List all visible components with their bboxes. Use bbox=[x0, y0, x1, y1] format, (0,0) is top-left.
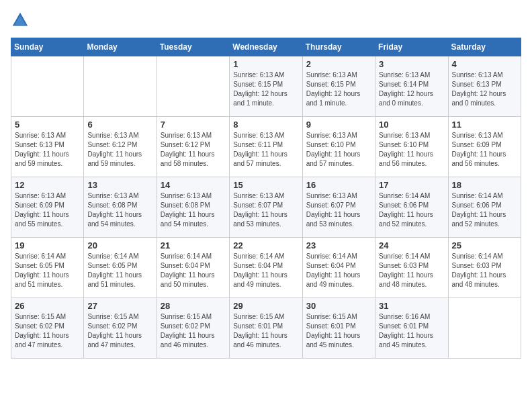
calendar-cell: 28Sunrise: 6:15 AM Sunset: 6:02 PM Dayli… bbox=[157, 298, 229, 359]
day-number: 7 bbox=[161, 120, 226, 130]
calendar-cell: 9Sunrise: 6:13 AM Sunset: 6:10 PM Daylig… bbox=[302, 117, 375, 177]
calendar-cell bbox=[448, 298, 521, 359]
day-number: 30 bbox=[306, 301, 371, 311]
day-info: Sunrise: 6:13 AM Sunset: 6:10 PM Dayligh… bbox=[306, 131, 371, 169]
calendar-week: 12Sunrise: 6:13 AM Sunset: 6:09 PM Dayli… bbox=[11, 177, 521, 238]
calendar-header: SundayMondayTuesdayWednesdayThursdayFrid… bbox=[11, 38, 521, 56]
day-number: 11 bbox=[452, 120, 517, 130]
calendar-cell: 21Sunrise: 6:14 AM Sunset: 6:04 PM Dayli… bbox=[157, 238, 229, 298]
calendar-cell bbox=[157, 56, 229, 117]
day-info: Sunrise: 6:14 AM Sunset: 6:04 PM Dayligh… bbox=[306, 252, 371, 289]
calendar-cell: 27Sunrise: 6:15 AM Sunset: 6:02 PM Dayli… bbox=[84, 298, 157, 359]
day-number: 31 bbox=[379, 301, 444, 311]
calendar-cell: 6Sunrise: 6:13 AM Sunset: 6:12 PM Daylig… bbox=[84, 117, 157, 177]
calendar-cell: 31Sunrise: 6:16 AM Sunset: 6:01 PM Dayli… bbox=[375, 298, 448, 359]
calendar-cell: 7Sunrise: 6:13 AM Sunset: 6:12 PM Daylig… bbox=[157, 117, 229, 177]
day-info: Sunrise: 6:13 AM Sunset: 6:13 PM Dayligh… bbox=[452, 71, 517, 108]
calendar-cell: 16Sunrise: 6:13 AM Sunset: 6:07 PM Dayli… bbox=[302, 177, 375, 238]
day-info: Sunrise: 6:14 AM Sunset: 6:06 PM Dayligh… bbox=[452, 191, 517, 229]
weekday-header: Saturday bbox=[448, 38, 521, 56]
day-info: Sunrise: 6:13 AM Sunset: 6:15 PM Dayligh… bbox=[233, 71, 298, 108]
day-number: 22 bbox=[233, 240, 298, 250]
weekday-header: Wednesday bbox=[230, 38, 302, 56]
calendar-cell: 19Sunrise: 6:14 AM Sunset: 6:05 PM Dayli… bbox=[11, 238, 84, 298]
day-info: Sunrise: 6:13 AM Sunset: 6:08 PM Dayligh… bbox=[87, 191, 152, 229]
day-info: Sunrise: 6:13 AM Sunset: 6:12 PM Dayligh… bbox=[87, 131, 152, 169]
calendar-cell: 30Sunrise: 6:15 AM Sunset: 6:01 PM Dayli… bbox=[302, 298, 375, 359]
day-info: Sunrise: 6:13 AM Sunset: 6:14 PM Dayligh… bbox=[379, 71, 444, 108]
day-info: Sunrise: 6:14 AM Sunset: 6:05 PM Dayligh… bbox=[87, 252, 152, 289]
calendar-cell bbox=[11, 56, 84, 117]
calendar-cell: 25Sunrise: 6:14 AM Sunset: 6:03 PM Dayli… bbox=[448, 238, 521, 298]
calendar-cell: 29Sunrise: 6:15 AM Sunset: 6:01 PM Dayli… bbox=[230, 298, 302, 359]
day-info: Sunrise: 6:16 AM Sunset: 6:01 PM Dayligh… bbox=[379, 312, 444, 350]
calendar-cell: 22Sunrise: 6:14 AM Sunset: 6:04 PM Dayli… bbox=[230, 238, 302, 298]
logo bbox=[11, 11, 32, 30]
calendar-week: 19Sunrise: 6:14 AM Sunset: 6:05 PM Dayli… bbox=[11, 238, 521, 298]
day-number: 8 bbox=[233, 120, 298, 130]
weekday-header: Tuesday bbox=[157, 38, 229, 56]
calendar-week: 5Sunrise: 6:13 AM Sunset: 6:13 PM Daylig… bbox=[11, 117, 521, 177]
day-number: 2 bbox=[306, 59, 371, 69]
weekday-header: Friday bbox=[375, 38, 448, 56]
calendar-cell: 23Sunrise: 6:14 AM Sunset: 6:04 PM Dayli… bbox=[302, 238, 375, 298]
day-info: Sunrise: 6:14 AM Sunset: 6:03 PM Dayligh… bbox=[452, 252, 517, 289]
weekday-header: Thursday bbox=[302, 38, 375, 56]
day-info: Sunrise: 6:13 AM Sunset: 6:10 PM Dayligh… bbox=[379, 131, 444, 169]
day-info: Sunrise: 6:13 AM Sunset: 6:11 PM Dayligh… bbox=[233, 131, 298, 169]
day-info: Sunrise: 6:15 AM Sunset: 6:01 PM Dayligh… bbox=[306, 312, 371, 350]
calendar-cell: 26Sunrise: 6:15 AM Sunset: 6:02 PM Dayli… bbox=[11, 298, 84, 359]
day-number: 15 bbox=[233, 180, 298, 190]
day-number: 17 bbox=[379, 180, 444, 190]
calendar-cell: 18Sunrise: 6:14 AM Sunset: 6:06 PM Dayli… bbox=[448, 177, 521, 238]
day-info: Sunrise: 6:15 AM Sunset: 6:02 PM Dayligh… bbox=[15, 312, 80, 350]
day-number: 4 bbox=[452, 59, 517, 69]
day-number: 23 bbox=[306, 240, 371, 250]
day-info: Sunrise: 6:13 AM Sunset: 6:07 PM Dayligh… bbox=[233, 191, 298, 229]
day-number: 3 bbox=[379, 59, 444, 69]
day-number: 26 bbox=[15, 301, 80, 311]
calendar-cell bbox=[84, 56, 157, 117]
day-number: 20 bbox=[87, 240, 152, 250]
calendar-cell: 2Sunrise: 6:13 AM Sunset: 6:15 PM Daylig… bbox=[302, 56, 375, 117]
calendar-cell: 3Sunrise: 6:13 AM Sunset: 6:14 PM Daylig… bbox=[375, 56, 448, 117]
weekday-header: Sunday bbox=[11, 38, 84, 56]
day-info: Sunrise: 6:13 AM Sunset: 6:13 PM Dayligh… bbox=[15, 131, 80, 169]
calendar-cell: 24Sunrise: 6:14 AM Sunset: 6:03 PM Dayli… bbox=[375, 238, 448, 298]
day-info: Sunrise: 6:13 AM Sunset: 6:09 PM Dayligh… bbox=[452, 131, 517, 169]
calendar-week: 26Sunrise: 6:15 AM Sunset: 6:02 PM Dayli… bbox=[11, 298, 521, 359]
day-number: 24 bbox=[379, 240, 444, 250]
day-number: 16 bbox=[306, 180, 371, 190]
calendar-week: 1Sunrise: 6:13 AM Sunset: 6:15 PM Daylig… bbox=[11, 56, 521, 117]
day-number: 5 bbox=[15, 120, 80, 130]
calendar-cell: 17Sunrise: 6:14 AM Sunset: 6:06 PM Dayli… bbox=[375, 177, 448, 238]
logo-icon bbox=[11, 11, 30, 30]
day-info: Sunrise: 6:14 AM Sunset: 6:04 PM Dayligh… bbox=[161, 252, 226, 289]
day-info: Sunrise: 6:13 AM Sunset: 6:09 PM Dayligh… bbox=[15, 191, 80, 229]
day-number: 13 bbox=[87, 180, 152, 190]
calendar-cell: 12Sunrise: 6:13 AM Sunset: 6:09 PM Dayli… bbox=[11, 177, 84, 238]
day-info: Sunrise: 6:13 AM Sunset: 6:12 PM Dayligh… bbox=[161, 131, 226, 169]
day-number: 10 bbox=[379, 120, 444, 130]
calendar-cell: 4Sunrise: 6:13 AM Sunset: 6:13 PM Daylig… bbox=[448, 56, 521, 117]
day-info: Sunrise: 6:14 AM Sunset: 6:05 PM Dayligh… bbox=[15, 252, 80, 289]
day-number: 14 bbox=[161, 180, 226, 190]
day-number: 21 bbox=[161, 240, 226, 250]
day-info: Sunrise: 6:15 AM Sunset: 6:01 PM Dayligh… bbox=[233, 312, 298, 350]
day-number: 25 bbox=[452, 240, 517, 250]
calendar-cell: 8Sunrise: 6:13 AM Sunset: 6:11 PM Daylig… bbox=[230, 117, 302, 177]
weekday-header: Monday bbox=[84, 38, 157, 56]
day-info: Sunrise: 6:14 AM Sunset: 6:06 PM Dayligh… bbox=[379, 191, 444, 229]
day-number: 12 bbox=[15, 180, 80, 190]
day-info: Sunrise: 6:14 AM Sunset: 6:04 PM Dayligh… bbox=[233, 252, 298, 289]
day-info: Sunrise: 6:15 AM Sunset: 6:02 PM Dayligh… bbox=[161, 312, 226, 350]
day-number: 28 bbox=[161, 301, 226, 311]
day-number: 29 bbox=[233, 301, 298, 311]
day-number: 18 bbox=[452, 180, 517, 190]
calendar-cell: 11Sunrise: 6:13 AM Sunset: 6:09 PM Dayli… bbox=[448, 117, 521, 177]
day-number: 1 bbox=[233, 59, 298, 69]
calendar-cell: 14Sunrise: 6:13 AM Sunset: 6:08 PM Dayli… bbox=[157, 177, 229, 238]
day-number: 27 bbox=[87, 301, 152, 311]
calendar-cell: 15Sunrise: 6:13 AM Sunset: 6:07 PM Dayli… bbox=[230, 177, 302, 238]
page-header bbox=[11, 11, 521, 30]
